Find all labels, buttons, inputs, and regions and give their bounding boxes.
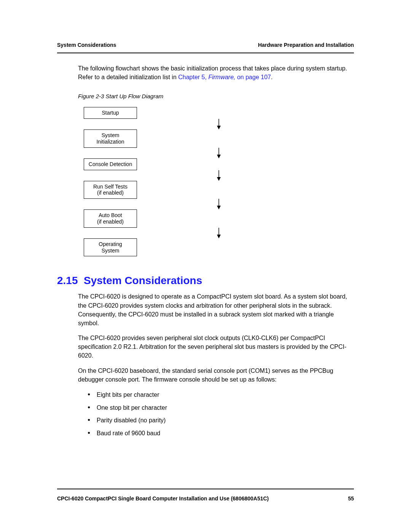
- intro-end: .: [271, 74, 272, 80]
- flow-box-auto-boot: Auto Boot(if enabled): [84, 209, 137, 228]
- header-right: Hardware Preparation and Installation: [258, 42, 354, 48]
- document-page: System Considerations Hardware Preparati…: [0, 0, 411, 532]
- header-left: System Considerations: [57, 42, 116, 48]
- list-item: Parity disabled (no parity): [88, 415, 354, 425]
- paragraph-1: The CPCI-6020 is designed to operate as …: [78, 292, 354, 328]
- flow-arrow-icon: [84, 119, 354, 129]
- list-item: Baud rate of 9600 baud: [88, 428, 354, 438]
- list-item: Eight bits per character: [88, 390, 354, 400]
- svg-marker-3: [217, 155, 221, 158]
- footer-page-number: 55: [348, 495, 354, 502]
- flow-arrow-icon: [84, 199, 354, 209]
- flow-box-system-init: SystemInitialization: [84, 129, 137, 148]
- section-number: 2.15: [57, 275, 84, 287]
- flow-box-console-detection: Console Detection: [84, 158, 137, 170]
- flowchart: Startup SystemInitialization Console Det…: [84, 107, 354, 256]
- flow-box-os: OperatingSystem: [84, 238, 137, 257]
- page-header: System Considerations Hardware Preparati…: [57, 42, 354, 53]
- svg-marker-5: [217, 177, 221, 181]
- paragraph-3: On the CPCI-6020 baseboard, the standard…: [78, 366, 354, 384]
- flow-arrow-icon: [84, 228, 354, 238]
- intro-paragraph: The following flowchart shows the basic …: [78, 64, 354, 81]
- figure-caption: Figure 2-3 Start Up Flow Diagram: [78, 93, 354, 99]
- firmware-settings-list: Eight bits per character One stop bit pe…: [88, 390, 354, 438]
- flow-arrow-icon: [84, 170, 354, 181]
- flow-box-self-tests: Run Self Tests(if enabled): [84, 181, 137, 199]
- page-ref-link[interactable]: on page 107: [236, 74, 271, 80]
- flow-box-startup: Startup: [84, 107, 137, 119]
- svg-marker-7: [217, 206, 221, 209]
- flow-arrow-icon: [84, 148, 354, 158]
- chapter-link[interactable]: Chapter 5,: [178, 74, 208, 80]
- paragraph-2: The CPCI-6020 provides seven peripheral …: [78, 334, 354, 360]
- svg-marker-9: [217, 235, 221, 238]
- footer-left: CPCI-6020 CompactPCI Single Board Comput…: [57, 495, 269, 502]
- svg-marker-1: [217, 126, 221, 129]
- page-footer: CPCI-6020 CompactPCI Single Board Comput…: [57, 489, 354, 502]
- list-item: One stop bit per character: [88, 403, 354, 413]
- section-title: System Considerations: [84, 275, 202, 286]
- section-heading: 2.15System Considerations: [57, 275, 354, 287]
- firmware-link[interactable]: Firmware,: [208, 74, 235, 80]
